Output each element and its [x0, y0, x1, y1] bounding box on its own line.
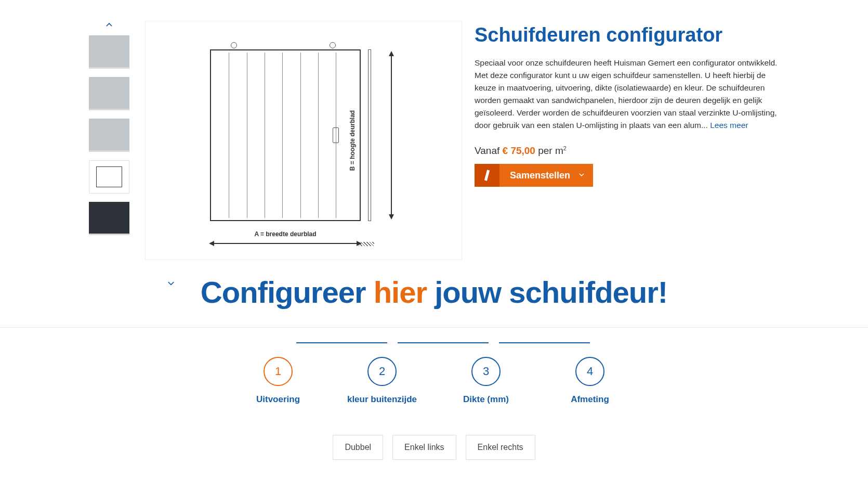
product-title: Schuifdeuren configurator	[475, 24, 782, 46]
uitvoering-options: Dubbel Enkel links Enkel rechts	[86, 420, 782, 489]
step-afmeting[interactable]: 4 Afmeting	[538, 357, 642, 405]
price-line: Vanaf € 75,00 per m2	[475, 145, 782, 157]
step-uitvoering[interactable]: 1 Uitvoering	[226, 357, 330, 405]
option-enkel-rechts[interactable]: Enkel rechts	[466, 435, 535, 460]
price-amount: € 75,00	[503, 145, 535, 156]
thumbnail-2[interactable]	[89, 77, 129, 110]
door-diagram: B = hoogte deurblad A = breedte deurblad	[210, 39, 397, 242]
option-dubbel[interactable]: Dubbel	[333, 435, 383, 460]
chevron-down-icon	[576, 172, 593, 179]
thumbnail-column	[86, 21, 133, 260]
step-dikte[interactable]: 3 Dikte (mm)	[434, 357, 538, 405]
ruler-icon	[475, 164, 499, 187]
option-enkel-links[interactable]: Enkel links	[392, 435, 456, 460]
thumb-scroll-down[interactable]	[166, 277, 176, 290]
thumbnail-4[interactable]	[89, 160, 129, 194]
thumb-scroll-up[interactable]	[101, 21, 117, 31]
configure-button[interactable]: Samenstellen	[475, 164, 593, 187]
product-info: Schuifdeuren configurator Speciaal voor …	[475, 21, 782, 260]
thumbnail-1[interactable]	[89, 35, 129, 69]
diagram-width-label: A = breedte deurblad	[210, 230, 361, 238]
read-more-link[interactable]: Lees meer	[710, 121, 748, 130]
configurator-headline: Configureer hier jouw schuifdeur!	[86, 260, 782, 327]
diagram-height-label: B = hoogte deurblad	[349, 110, 356, 171]
thumbnail-3[interactable]	[89, 119, 129, 152]
product-section: B = hoogte deurblad A = breedte deurblad…	[86, 0, 782, 260]
step-kleur[interactable]: 2 kleur buitenzijde	[330, 357, 434, 405]
configurator-steps: 1 Uitvoering 2 kleur buitenzijde 3 Dikte…	[86, 328, 782, 420]
thumbnail-5[interactable]	[89, 202, 129, 235]
main-product-image: B = hoogte deurblad A = breedte deurblad	[145, 21, 462, 260]
product-description: Speciaal voor onze schuifdeuren heeft Hu…	[475, 57, 782, 132]
